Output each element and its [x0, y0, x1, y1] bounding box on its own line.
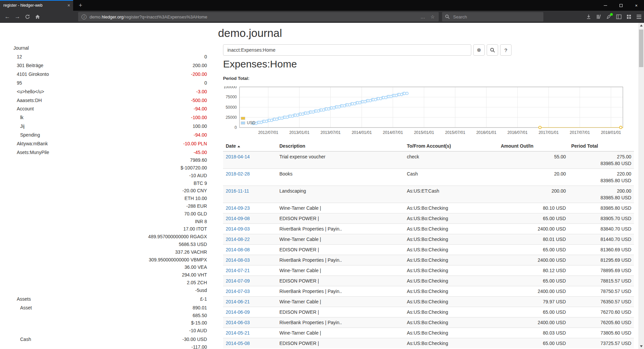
home-icon: [35, 14, 40, 19]
account-balance: £-1: [200, 295, 207, 303]
period-total-amount: 83985.80 USD: [569, 203, 634, 213]
register-row: 2014-09-03RiverBank Properties | Payin..…: [223, 224, 634, 234]
register-row: 2018-04-14Trial expense vouchercheck55.0…: [223, 151, 634, 169]
transaction-account: As:US:Bo:Checking: [404, 297, 498, 307]
sidebar-account-list: 120301 Beiträge200.004101 Girokonto-200.…: [13, 52, 207, 349]
sidebar-account-link[interactable]: Spending: [13, 131, 40, 139]
window-minimize-button[interactable]: [598, 0, 613, 11]
transaction-date-link[interactable]: 2014-08-22: [226, 237, 250, 242]
window-close-button[interactable]: ×: [629, 0, 644, 11]
home-button[interactable]: [33, 12, 42, 21]
sidebar-account-link[interactable]: 4101 Girokonto: [13, 70, 49, 78]
transaction-amount: 65.00 USD: [498, 276, 569, 286]
transaction-date-link[interactable]: 2018-04-14: [226, 154, 250, 159]
back-button[interactable]: ←: [3, 12, 12, 21]
balance-amount: -10 AUD: [148, 172, 207, 180]
chart-canvas: 02500050000750001000002012/07/012013/01/…: [224, 86, 630, 139]
transaction-date-link[interactable]: 2014-09-23: [226, 205, 250, 211]
scrollbar-thumb[interactable]: [639, 30, 643, 67]
balance-amount: 337.26 VACHR: [148, 248, 207, 256]
sidebar-account-link[interactable]: Asets:MunyPile: [13, 149, 49, 156]
column-header-date[interactable]: Date: [223, 141, 277, 151]
sidebar-account-link[interactable]: Assets: [13, 295, 31, 303]
transaction-amount: 80.12 USD: [498, 265, 569, 276]
browser-search-bar[interactable]: [442, 12, 543, 21]
sidebar-account-link[interactable]: Account: [13, 105, 34, 113]
url-text: demo.hledger.org/register?q=inacct%3AExp…: [90, 14, 207, 19]
sidebar-account-row: 301 Beiträge200.00: [13, 61, 207, 70]
column-header-amount: Amount Out/In: [498, 141, 569, 151]
help-button[interactable]: ?: [500, 44, 512, 56]
account-balance: -3.00: [196, 88, 207, 96]
journal-row: Journal: [13, 44, 207, 52]
reload-button[interactable]: [23, 12, 32, 21]
browser-search-input[interactable]: [452, 14, 533, 20]
transaction-date-link[interactable]: 2014-05-08: [226, 341, 250, 346]
journal-title: demo.journal: [218, 27, 282, 40]
column-header-period-total: Period Total: [569, 141, 634, 151]
tab-close-icon[interactable]: ×: [66, 3, 71, 8]
transaction-description: RiverBank Properties | Payin..: [277, 255, 404, 265]
new-tab-button[interactable]: +: [76, 1, 85, 9]
browser-tab[interactable]: register - hledger-web ×: [0, 0, 73, 11]
transaction-date-link[interactable]: 2014-08-08: [226, 247, 250, 252]
period-total-amount: 81295.69 USD: [569, 255, 634, 265]
register-row: 2014-07-21Wine-Tarner Cable |As:US:Bo:Ch…: [223, 265, 634, 276]
balance-amount: -94.00: [194, 105, 207, 113]
sidebar-account-link[interactable]: Cash: [13, 336, 31, 343]
sidebar-account-link[interactable]: <u>hello</u>: [13, 88, 44, 96]
balance-amount: -117.00: [182, 343, 207, 349]
download-button[interactable]: [584, 12, 593, 21]
sidebar-account-link[interactable]: lk: [13, 114, 23, 121]
transaction-date-link[interactable]: 2014-06-21: [226, 299, 250, 304]
transaction-date-link[interactable]: 2018-02-28: [226, 171, 250, 177]
transaction-date-link[interactable]: 2014-05-21: [226, 330, 250, 336]
transaction-account: As:US:Bo:Checking: [404, 317, 498, 328]
forward-button[interactable]: →: [13, 12, 22, 21]
query-input[interactable]: [223, 44, 471, 56]
sidebar-item-journal[interactable]: Journal: [13, 44, 29, 52]
balance-amount: -100.00: [191, 114, 207, 121]
period-total-amount: 83905.70 USD: [569, 213, 634, 224]
period-total-amount: 275.0083985.80 USD: [569, 151, 634, 169]
scroll-up-icon[interactable]: [638, 23, 644, 28]
legend-label: USD: [247, 120, 255, 125]
sidebar-account-link[interactable]: 12: [13, 53, 22, 61]
transaction-date-link[interactable]: 2016-11-11: [226, 188, 249, 194]
transaction-date-link[interactable]: 2014-09-08: [226, 216, 250, 221]
sidebar-toggle-button[interactable]: [614, 12, 623, 21]
sidebar-account-link[interactable]: Jij: [13, 122, 24, 130]
scroll-down-icon[interactable]: [638, 344, 644, 349]
sidebar-account-link[interactable]: Aktywa:mBank: [13, 140, 48, 148]
sidebar-account-link[interactable]: Aaasets:DH: [13, 97, 42, 104]
library-icon: [596, 14, 601, 19]
transaction-date-link[interactable]: 2014-07-03: [226, 289, 250, 294]
transaction-description: Trial expense voucher: [277, 151, 404, 169]
register-row: 2014-06-03RiverBank Properties | Payin..…: [223, 317, 634, 328]
page-scrollbar[interactable]: [638, 23, 644, 349]
apps-button[interactable]: [625, 12, 633, 21]
bookmark-star-icon[interactable]: ☆: [430, 14, 435, 19]
url-bar[interactable]: i demo.hledger.org/register?q=inacct%3AE…: [78, 12, 439, 21]
balance-amount: 309.950000000000 VBMPX: [148, 256, 207, 264]
window-maximize-button[interactable]: [613, 0, 629, 11]
site-info-icon[interactable]: i: [82, 14, 87, 19]
transaction-date-link[interactable]: 2014-06-03: [226, 320, 250, 325]
transaction-date-link[interactable]: 2014-07-09: [226, 278, 250, 284]
search-icon: [490, 48, 495, 53]
transaction-date-link[interactable]: 2014-07-21: [226, 268, 250, 273]
sidebar-account-link[interactable]: 95: [13, 79, 22, 87]
transaction-date-link[interactable]: 2014-06-09: [226, 309, 250, 315]
addon-button[interactable]: [604, 12, 613, 21]
transaction-date-link[interactable]: 2014-09-03: [226, 226, 250, 232]
tab-bar: register - hledger-web × + ×: [0, 0, 644, 11]
menu-button[interactable]: [635, 12, 643, 21]
transaction-date-link[interactable]: 2014-08-03: [226, 257, 250, 263]
sidebar-account-link[interactable]: Asset: [13, 304, 32, 312]
page-actions-icon[interactable]: …: [420, 14, 425, 19]
clear-query-button[interactable]: ⊗: [473, 44, 485, 56]
search-submit-button[interactable]: [487, 44, 498, 56]
sidebar-account-link[interactable]: 301 Beiträge: [13, 62, 43, 69]
library-button[interactable]: [594, 12, 603, 21]
svg-text:50000: 50000: [226, 105, 237, 110]
